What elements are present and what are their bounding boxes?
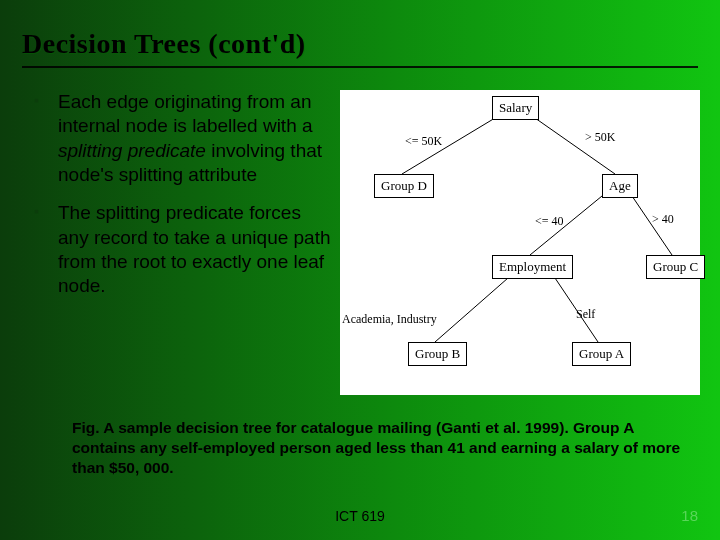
- node-group-d: Group D: [374, 174, 434, 198]
- slide-number: 18: [681, 507, 698, 524]
- edge-label-le50k: <= 50K: [405, 134, 442, 149]
- node-group-b: Group B: [408, 342, 467, 366]
- tree-edges: [340, 90, 700, 395]
- bullet-item: Each edge originating from an internal n…: [24, 90, 332, 201]
- slide: Decision Trees (cont'd) Each edge origin…: [0, 0, 720, 540]
- node-group-a: Group A: [572, 342, 631, 366]
- edge-label-self: Self: [576, 307, 595, 322]
- figure-caption: Fig. A sample decision tree for catalogu…: [72, 418, 690, 478]
- svg-line-4: [435, 278, 508, 342]
- node-group-c: Group C: [646, 255, 705, 279]
- title-rule: [22, 66, 698, 68]
- bullet-text: The splitting predicate forces any recor…: [58, 202, 331, 296]
- decision-tree-figure: Salary <= 50K > 50K Group D Age <= 40 > …: [340, 90, 700, 395]
- bullet-em: splitting predicate: [58, 140, 206, 161]
- slide-body: Each edge originating from an internal n…: [0, 68, 720, 395]
- bullet-text: Each edge originating from an internal n…: [58, 91, 313, 136]
- edge-label-gt50k: > 50K: [585, 130, 615, 145]
- slide-title: Decision Trees (cont'd): [0, 0, 720, 60]
- edge-label-le40: <= 40: [535, 214, 564, 229]
- edge-label-academia: Academia, Industry: [342, 312, 437, 327]
- bullet-list: Each edge originating from an internal n…: [24, 90, 332, 395]
- edge-label-gt40: > 40: [652, 212, 674, 227]
- node-salary: Salary: [492, 96, 539, 120]
- node-employment: Employment: [492, 255, 573, 279]
- svg-line-1: [535, 118, 615, 174]
- footer-center: ICT 619: [0, 508, 720, 524]
- node-age: Age: [602, 174, 638, 198]
- bullet-item: The splitting predicate forces any recor…: [24, 201, 332, 312]
